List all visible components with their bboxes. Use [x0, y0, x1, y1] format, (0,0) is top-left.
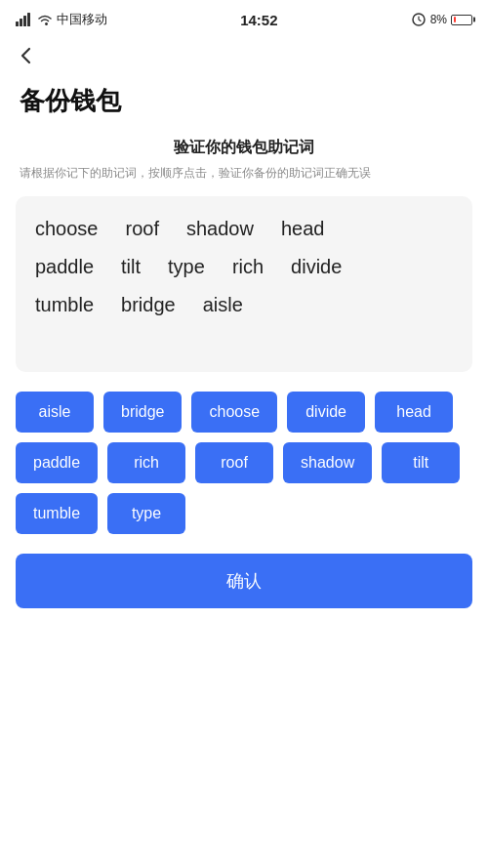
page-title: 备份钱包: [0, 76, 488, 138]
word-btn-choose[interactable]: choose: [191, 392, 277, 433]
confirm-button[interactable]: 确认: [16, 554, 472, 608]
wifi-icon: [37, 14, 53, 26]
svg-rect-0: [16, 21, 19, 26]
status-bar: 中国移动 14:52 8%: [0, 0, 488, 35]
status-carrier: 中国移动: [16, 11, 107, 28]
display-word-divide: divide: [291, 256, 342, 278]
word-btn-divide[interactable]: divide: [287, 392, 365, 433]
back-button[interactable]: [0, 35, 53, 76]
confirm-button-wrap: 确认: [0, 554, 488, 638]
display-word-tilt: tilt: [121, 256, 141, 278]
display-word-choose: choose: [35, 218, 99, 240]
word-row-1: choose roof shadow head: [35, 218, 453, 246]
status-time: 14:52: [240, 12, 277, 28]
word-btn-type[interactable]: type: [107, 493, 185, 534]
carrier-label: 中国移动: [57, 11, 107, 28]
status-battery-area: 8%: [411, 12, 472, 27]
word-btn-bridge[interactable]: bridge: [103, 392, 182, 433]
svg-rect-3: [27, 13, 30, 26]
word-btn-roof[interactable]: roof: [195, 442, 273, 483]
display-word-head: head: [281, 218, 325, 240]
section-desc: 请根据你记下的助记词，按顺序点击，验证你备份的助记词正确无误: [0, 164, 488, 183]
word-btn-tumble[interactable]: tumble: [16, 493, 98, 534]
word-btn-shadow[interactable]: shadow: [283, 442, 372, 483]
display-word-paddle: paddle: [35, 256, 94, 278]
word-buttons-grid: aisle bridge choose divide head paddle r…: [0, 392, 488, 534]
word-btn-paddle[interactable]: paddle: [16, 442, 98, 483]
battery-percent: 8%: [430, 13, 447, 26]
word-btn-head[interactable]: head: [375, 392, 453, 433]
section-heading: 验证你的钱包助记词: [0, 138, 488, 158]
svg-rect-2: [23, 16, 26, 26]
display-word-aisle: aisle: [203, 294, 243, 316]
circle-icon: [411, 12, 427, 27]
word-row-3: tumble bridge aisle: [35, 294, 453, 322]
display-word-shadow: shadow: [186, 218, 254, 240]
display-word-roof: roof: [126, 218, 159, 240]
display-word-bridge: bridge: [121, 294, 176, 316]
signal-icon: [16, 13, 33, 26]
display-word-rich: rich: [232, 256, 264, 278]
display-word-type: type: [168, 256, 205, 278]
word-btn-rich[interactable]: rich: [107, 442, 185, 483]
display-word-tumble: tumble: [35, 294, 94, 316]
word-display-area: choose roof shadow head paddle tilt type…: [16, 196, 472, 372]
word-btn-tilt[interactable]: tilt: [382, 442, 460, 483]
back-icon: [16, 45, 37, 66]
word-row-2: paddle tilt type rich divide: [35, 256, 453, 284]
battery-icon: [451, 15, 472, 25]
word-btn-aisle[interactable]: aisle: [16, 392, 94, 433]
svg-rect-1: [20, 19, 22, 26]
